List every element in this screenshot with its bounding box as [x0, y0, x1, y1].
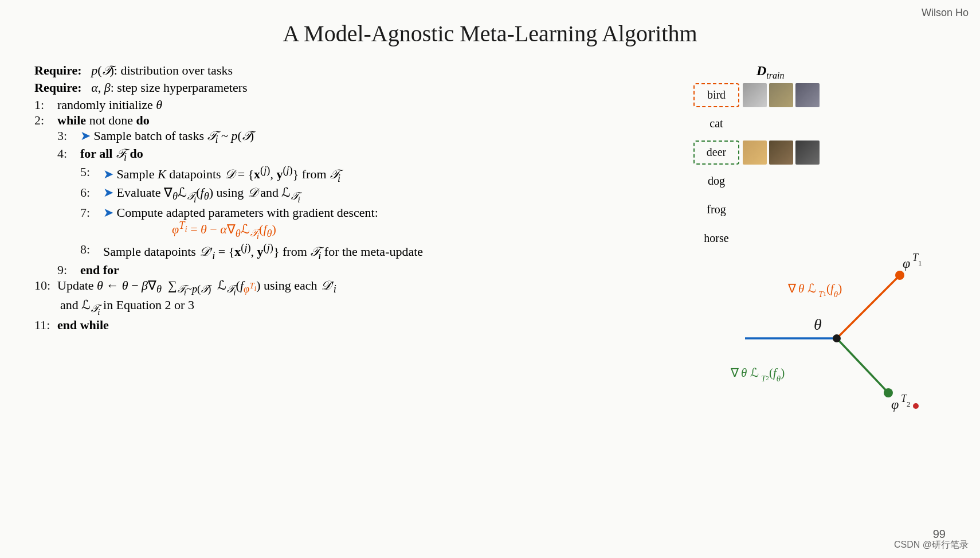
algo-line-8: 8: Sample datapoints 𝒟′i = {x(j), y(j)} … [34, 242, 682, 262]
bird-thumb-3 [795, 83, 820, 107]
bird-thumb-1 [743, 83, 767, 107]
svg-text:θ: θ [814, 315, 822, 333]
svg-text:φ: φ [891, 397, 899, 412]
category-cat: cat [693, 112, 739, 136]
bird-thumbnails [743, 83, 820, 107]
category-row-bird: bird [693, 83, 946, 107]
slide-title: A Model-Agnostic Meta-Learning Algorithm [34, 20, 946, 47]
algo-line-10: 10: Update θ ← θ − β∇θ ∑𝒯i~p(𝒯) ℒ𝒯i(fφTi… [34, 278, 682, 317]
svg-text:T2: T2 [761, 374, 769, 383]
d-train-label: Dtrain [756, 63, 946, 81]
gradient-diagram: θ φ T1 φ T2 ∇ θ ℒ T1 (fθ) [676, 224, 940, 442]
category-row-cat: cat [693, 112, 946, 136]
svg-text:T1: T1 [818, 290, 826, 299]
algo-line-3: 3: ➤ Sample batch of tasks 𝒯i ~ p(𝒯) [34, 128, 682, 146]
algo-line-4: 4: for all 𝒯i do [34, 146, 682, 163]
svg-text:(fθ): (fθ) [769, 366, 785, 383]
algo-line-9: 9: end for [34, 263, 682, 278]
svg-line-1 [837, 275, 900, 338]
svg-text:θ
          ℒ: θ ℒ [741, 366, 759, 380]
page-number: 99 [933, 528, 946, 541]
svg-text:T1: T1 [912, 252, 922, 267]
svg-text:φ: φ [903, 256, 910, 271]
require-line-2: Require: α, β: step size hyperparameters [34, 80, 682, 95]
svg-text:T2: T2 [901, 393, 911, 408]
bird-thumb-2 [769, 83, 793, 107]
deer-thumb-1 [743, 141, 767, 165]
category-row-frog: frog [693, 198, 946, 222]
svg-text:∇: ∇ [730, 366, 739, 380]
svg-point-2 [895, 271, 904, 280]
algo-line-7b: φTi = θ − α∇θℒ𝒯i(fθ) [103, 220, 682, 241]
category-deer: deer [693, 141, 739, 165]
deer-thumb-3 [795, 141, 820, 165]
algo-line-6: 6: ➤ Evaluate ∇θℒ𝒯i(fθ) using 𝒟 and ℒ𝒯i [34, 185, 682, 205]
algo-line-11: 11: end while [34, 318, 682, 333]
algorithm-column: Require: p(𝒯): distribution over tasks R… [34, 63, 693, 333]
svg-text:(fθ): (fθ) [826, 282, 842, 299]
svg-point-4 [884, 388, 893, 397]
category-frog: frog [693, 198, 739, 222]
algo-line-1: 1: randomly initialize θ [34, 97, 682, 112]
content-area: Require: p(𝒯): distribution over tasks R… [34, 63, 946, 333]
watermark-bottom: CSDN @研行笔录 [894, 539, 969, 551]
category-bird: bird [693, 83, 739, 107]
category-row-deer: deer [693, 141, 946, 165]
algo-line-2: 2: while not done do [34, 113, 682, 128]
svg-point-11 [913, 403, 919, 409]
category-dog: dog [693, 169, 739, 193]
category-row-dog: dog [693, 169, 946, 193]
deer-thumbnails [743, 141, 820, 165]
svg-line-3 [837, 338, 888, 393]
svg-text:∇: ∇ [787, 282, 797, 295]
require-line-1: Require: p(𝒯): distribution over tasks [34, 63, 682, 78]
svg-point-5 [833, 334, 841, 342]
watermark-top: Wilson Ho [922, 7, 969, 19]
deer-thumb-2 [769, 141, 793, 165]
algo-line-7: 7: ➤ Compute adapted parameters with gra… [34, 205, 682, 220]
right-column: Dtrain bird cat deer [693, 63, 946, 333]
algo-line-5: 5: ➤ Sample K datapoints 𝒟 = {x(j), y(j)… [34, 165, 682, 185]
svg-text:θ
          ℒ: θ ℒ [798, 282, 816, 295]
slide-container: Wilson Ho CSDN @研行笔录 99 A Model-Agnostic… [0, 0, 980, 558]
